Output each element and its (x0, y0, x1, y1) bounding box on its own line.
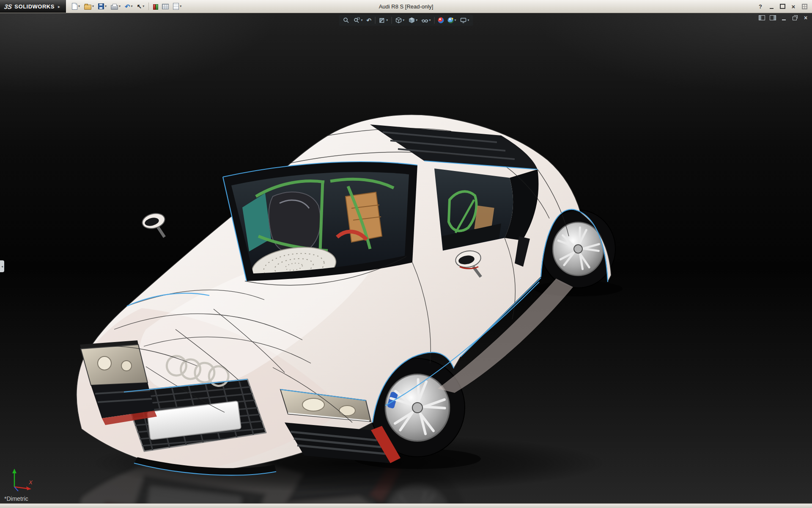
x-axis-arrow (26, 486, 31, 490)
pane-right-button[interactable] (769, 14, 776, 21)
design-table-button[interactable] (160, 1, 170, 12)
zoom-area-icon (354, 17, 360, 24)
select-tool-button[interactable]: ↖ ▾ (135, 1, 146, 12)
chevron-down-icon[interactable]: ▾ (131, 5, 133, 8)
view-orientation-label: *Dimetric (4, 495, 28, 502)
close-button[interactable]: × (789, 3, 798, 11)
new-document-button[interactable]: ▾ (70, 1, 82, 12)
maximize-button[interactable] (778, 3, 787, 11)
toolbar-separator (391, 17, 392, 24)
chevron-down-icon[interactable]: ▾ (92, 5, 94, 8)
menu-bar: 3S SOLIDWORKS ▸ ▾ ▾ ▾ ▾ ↶ ▾ ↖ ▾ (0, 0, 812, 13)
chevron-down-icon[interactable]: ▾ (403, 19, 404, 22)
y-axis-arrow (12, 469, 16, 473)
glasses-icon (421, 17, 428, 24)
apply-scene-button[interactable]: ▾ (446, 16, 457, 25)
color-swatch-button[interactable] (151, 1, 159, 12)
table-grid-icon (162, 4, 169, 9)
minimize-icon (770, 8, 774, 9)
doc-minimize-button[interactable] (780, 14, 787, 21)
brand-name: SOLIDWORKS (14, 3, 55, 10)
car-model-canvas[interactable] (74, 109, 628, 504)
open-folder-icon (84, 5, 91, 10)
feature-tree-collapse-tab[interactable]: ◂ (0, 260, 4, 272)
zoom-to-fit-button[interactable] (342, 16, 351, 25)
select-cursor-icon: ↖ (137, 3, 142, 9)
chevron-down-icon[interactable]: ▾ (361, 19, 363, 22)
x-axis-label: X (28, 479, 33, 486)
view-settings-icon (460, 17, 466, 24)
section-view-icon (379, 17, 385, 24)
toolbar-separator (375, 17, 375, 24)
chevron-down-icon[interactable]: ▾ (180, 5, 181, 8)
pane-left-icon (759, 15, 765, 20)
view-settings-button[interactable]: ▾ (458, 16, 470, 25)
sheet-icon (173, 3, 179, 10)
pane-left-button[interactable] (758, 14, 765, 21)
chevron-down-icon[interactable]: ▾ (454, 19, 456, 22)
zoom-fit-icon (343, 17, 350, 24)
orientation-triad: X (7, 467, 36, 494)
brand-glyph-icon: 3S (4, 3, 13, 10)
display-style-icon (408, 17, 415, 24)
document-window-controls: × (758, 14, 809, 21)
view-orientation-button[interactable]: ▾ (394, 16, 406, 25)
drawing-sheet-button[interactable]: ▾ (171, 1, 183, 12)
hide-show-items-button[interactable]: ▾ (420, 16, 432, 25)
color-swatch-icon (153, 4, 158, 9)
previous-view-icon: ↶ (367, 17, 372, 23)
minimize-icon (782, 19, 786, 20)
save-button[interactable]: ▾ (96, 1, 108, 12)
pane-right-icon (770, 15, 776, 20)
help-button[interactable]: ? (756, 3, 765, 11)
chevron-down-icon[interactable]: ▾ (429, 19, 431, 22)
graphics-area[interactable]: ▾ ↶ ▾ ▾ ▾ (0, 13, 812, 504)
menu-expander-icon[interactable]: ▸ (58, 4, 60, 9)
status-bar (0, 503, 812, 508)
toolbar-options-button[interactable] (800, 3, 809, 11)
toolbar-separator (148, 3, 149, 10)
previous-view-button[interactable]: ↶ (365, 16, 373, 25)
maximize-icon (780, 4, 785, 9)
view-cube-icon (395, 17, 402, 24)
window-controls: ? × (756, 3, 812, 11)
restore-icon (793, 17, 797, 20)
scene-sphere-icon (447, 17, 453, 23)
document-title: Audi R8 S [Read-only] (379, 0, 433, 13)
minimize-button[interactable] (767, 3, 776, 11)
save-floppy-icon (98, 3, 104, 9)
chevron-down-icon[interactable]: ▾ (119, 5, 121, 8)
heads-up-view-toolbar: ▾ ↶ ▾ ▾ ▾ (339, 15, 473, 26)
new-document-icon (72, 3, 77, 10)
undo-button[interactable]: ↶ ▾ (123, 1, 134, 12)
chevron-down-icon[interactable]: ▾ (78, 5, 80, 8)
chevron-down-icon[interactable]: ▾ (143, 5, 144, 8)
doc-close-button[interactable]: × (802, 14, 809, 21)
chevron-down-icon[interactable]: ▾ (105, 5, 107, 8)
edit-appearance-button[interactable] (436, 16, 445, 25)
printer-icon (111, 5, 118, 10)
section-view-button[interactable]: ▾ (377, 16, 389, 25)
display-style-button[interactable]: ▾ (407, 16, 419, 25)
zoom-to-area-button[interactable]: ▾ (352, 16, 364, 25)
chevron-down-icon[interactable]: ▾ (467, 19, 469, 22)
doc-restore-button[interactable] (791, 14, 798, 21)
grid-icon (802, 4, 807, 9)
standard-toolbar: ▾ ▾ ▾ ▾ ↶ ▾ ↖ ▾ ▾ (66, 1, 183, 12)
undo-arrow-icon: ↶ (125, 3, 130, 10)
car-model[interactable] (77, 115, 615, 475)
chevron-down-icon[interactable]: ▾ (416, 19, 417, 22)
open-button[interactable]: ▾ (82, 1, 96, 12)
appearance-sphere-icon (438, 17, 444, 23)
toolbar-separator (434, 17, 434, 24)
print-button[interactable]: ▾ (109, 1, 122, 12)
solidworks-logo[interactable]: 3S SOLIDWORKS ▸ (0, 0, 66, 13)
chevron-down-icon[interactable]: ▾ (386, 19, 388, 22)
